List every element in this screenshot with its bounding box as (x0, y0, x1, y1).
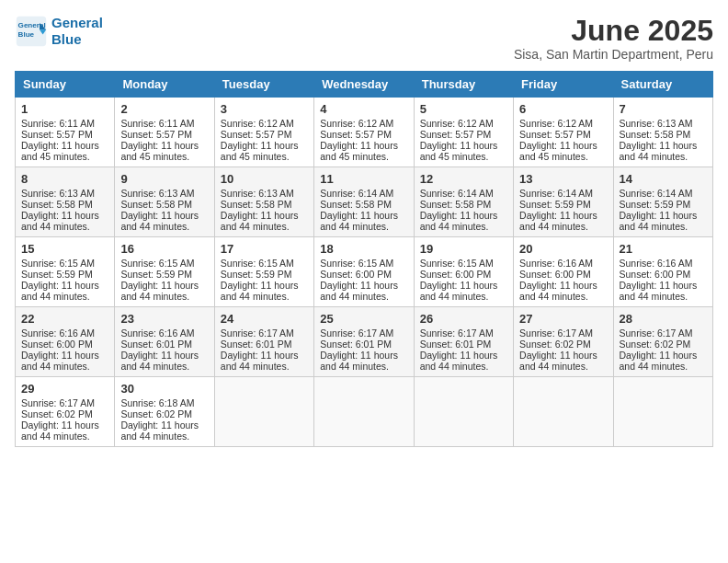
sunset-text: Sunset: 5:59 PM (519, 199, 591, 210)
sunset-text: Sunset: 5:58 PM (221, 199, 292, 210)
sunset-text: Sunset: 5:59 PM (221, 269, 292, 280)
sunset-text: Sunset: 6:02 PM (620, 339, 691, 350)
sunset-text: Sunset: 5:58 PM (420, 199, 492, 210)
logo-icon: General Blue (15, 15, 48, 48)
calendar-week-row: 22Sunrise: 6:16 AMSunset: 6:00 PMDayligh… (16, 307, 713, 377)
sunset-text: Sunset: 6:00 PM (21, 339, 93, 350)
sunrise-text: Sunrise: 6:15 AM (221, 258, 294, 269)
sunset-text: Sunset: 6:00 PM (620, 269, 691, 280)
sunrise-text: Sunrise: 6:17 AM (620, 327, 693, 339)
calendar-cell: 15Sunrise: 6:15 AMSunset: 5:59 PMDayligh… (16, 237, 115, 307)
calendar-cell: 28Sunrise: 6:17 AMSunset: 6:02 PMDayligh… (613, 307, 712, 377)
sunrise-text: Sunrise: 6:17 AM (320, 327, 393, 339)
day-number: 5 (420, 102, 507, 116)
sunset-text: Sunset: 6:01 PM (120, 339, 192, 350)
sunset-text: Sunset: 6:02 PM (21, 408, 93, 419)
sunrise-text: Sunrise: 6:12 AM (420, 118, 494, 129)
calendar-cell: 21Sunrise: 6:16 AMSunset: 6:00 PMDayligh… (613, 237, 712, 307)
weekday-header-friday: Friday (514, 72, 613, 98)
calendar-cell: 12Sunrise: 6:14 AMSunset: 5:58 PMDayligh… (414, 167, 513, 237)
sunset-text: Sunset: 5:59 PM (21, 269, 93, 280)
daylight-label: Daylight: 11 hours and 44 minutes. (21, 280, 99, 302)
daylight-label: Daylight: 11 hours and 44 minutes. (320, 210, 398, 232)
sunrise-text: Sunrise: 6:13 AM (620, 118, 693, 129)
calendar-cell: 13Sunrise: 6:14 AMSunset: 5:59 PMDayligh… (514, 167, 613, 237)
sunset-text: Sunset: 5:59 PM (620, 199, 691, 210)
calendar-cell (514, 377, 613, 447)
daylight-label: Daylight: 11 hours and 44 minutes. (320, 280, 398, 302)
day-number: 19 (420, 242, 507, 256)
sunrise-text: Sunrise: 6:17 AM (519, 327, 593, 339)
sunset-text: Sunset: 5:58 PM (320, 199, 392, 210)
sunrise-text: Sunrise: 6:13 AM (120, 188, 194, 199)
daylight-label: Daylight: 11 hours and 44 minutes. (221, 350, 299, 372)
day-number: 30 (120, 382, 208, 396)
sunrise-text: Sunrise: 6:14 AM (320, 188, 393, 199)
day-number: 24 (221, 312, 308, 326)
day-number: 1 (21, 102, 108, 116)
calendar-cell: 3Sunrise: 6:12 AMSunset: 5:57 PMDaylight… (214, 98, 313, 167)
day-number: 22 (21, 312, 108, 326)
calendar-cell: 11Sunrise: 6:14 AMSunset: 5:58 PMDayligh… (314, 167, 414, 237)
daylight-label: Daylight: 11 hours and 45 minutes. (21, 140, 99, 162)
location-subtitle: Sisa, San Martin Department, Peru (514, 47, 713, 62)
calendar-cell: 18Sunrise: 6:15 AMSunset: 6:00 PMDayligh… (314, 237, 414, 307)
day-number: 26 (420, 312, 507, 326)
calendar-cell: 1Sunrise: 6:11 AMSunset: 5:57 PMDaylight… (16, 98, 115, 167)
daylight-label: Daylight: 11 hours and 44 minutes. (221, 280, 299, 302)
daylight-label: Daylight: 11 hours and 44 minutes. (420, 350, 498, 372)
daylight-label: Daylight: 11 hours and 44 minutes. (519, 280, 597, 302)
calendar-cell: 6Sunrise: 6:12 AMSunset: 5:57 PMDaylight… (514, 98, 613, 167)
day-number: 14 (620, 172, 707, 186)
daylight-label: Daylight: 11 hours and 44 minutes. (620, 280, 698, 302)
daylight-label: Daylight: 11 hours and 44 minutes. (620, 210, 698, 232)
sunrise-text: Sunrise: 6:16 AM (120, 327, 194, 339)
daylight-label: Daylight: 11 hours and 45 minutes. (320, 140, 398, 162)
day-number: 27 (519, 312, 607, 326)
sunset-text: Sunset: 5:57 PM (320, 129, 392, 140)
sunset-text: Sunset: 6:01 PM (221, 339, 292, 350)
day-number: 2 (120, 102, 208, 116)
weekday-header-sunday: Sunday (16, 72, 115, 98)
calendar-cell (613, 377, 712, 447)
daylight-label: Daylight: 11 hours and 44 minutes. (519, 210, 597, 232)
daylight-label: Daylight: 11 hours and 44 minutes. (120, 210, 199, 232)
calendar-cell: 23Sunrise: 6:16 AMSunset: 6:01 PMDayligh… (115, 307, 214, 377)
sunset-text: Sunset: 5:59 PM (120, 269, 192, 280)
page-header: General Blue General Blue June 2025 Sisa… (15, 15, 713, 62)
calendar-cell: 27Sunrise: 6:17 AMSunset: 6:02 PMDayligh… (514, 307, 613, 377)
day-number: 25 (320, 312, 407, 326)
daylight-label: Daylight: 11 hours and 45 minutes. (221, 140, 299, 162)
sunset-text: Sunset: 5:58 PM (120, 199, 192, 210)
sunrise-text: Sunrise: 6:15 AM (420, 258, 494, 269)
calendar-cell: 26Sunrise: 6:17 AMSunset: 6:01 PMDayligh… (414, 307, 513, 377)
calendar-table: SundayMondayTuesdayWednesdayThursdayFrid… (15, 71, 713, 447)
daylight-label: Daylight: 11 hours and 44 minutes. (120, 280, 199, 302)
day-number: 21 (620, 242, 707, 256)
day-number: 4 (320, 102, 407, 116)
calendar-cell (414, 377, 513, 447)
day-number: 18 (320, 242, 407, 256)
sunrise-text: Sunrise: 6:17 AM (221, 327, 294, 339)
daylight-label: Daylight: 11 hours and 44 minutes. (519, 350, 597, 372)
svg-text:Blue: Blue (18, 30, 35, 39)
calendar-cell: 16Sunrise: 6:15 AMSunset: 5:59 PMDayligh… (115, 237, 214, 307)
sunrise-text: Sunrise: 6:12 AM (221, 118, 294, 129)
weekday-header-monday: Monday (115, 72, 214, 98)
logo: General Blue General Blue (15, 15, 103, 48)
day-number: 8 (21, 172, 108, 186)
title-area: June 2025 Sisa, San Martin Department, P… (514, 15, 713, 62)
sunrise-text: Sunrise: 6:15 AM (120, 258, 194, 269)
daylight-label: Daylight: 11 hours and 44 minutes. (120, 350, 199, 372)
daylight-label: Daylight: 11 hours and 44 minutes. (21, 210, 99, 232)
daylight-label: Daylight: 11 hours and 44 minutes. (420, 210, 498, 232)
sunset-text: Sunset: 6:00 PM (420, 269, 492, 280)
sunset-text: Sunset: 6:00 PM (519, 269, 591, 280)
sunrise-text: Sunrise: 6:14 AM (420, 188, 494, 199)
calendar-week-row: 8Sunrise: 6:13 AMSunset: 5:58 PMDaylight… (16, 167, 713, 237)
day-number: 17 (221, 242, 308, 256)
sunset-text: Sunset: 5:57 PM (519, 129, 591, 140)
logo-text: General Blue (51, 15, 103, 48)
calendar-cell: 2Sunrise: 6:11 AMSunset: 5:57 PMDaylight… (115, 98, 214, 167)
day-number: 13 (519, 172, 607, 186)
